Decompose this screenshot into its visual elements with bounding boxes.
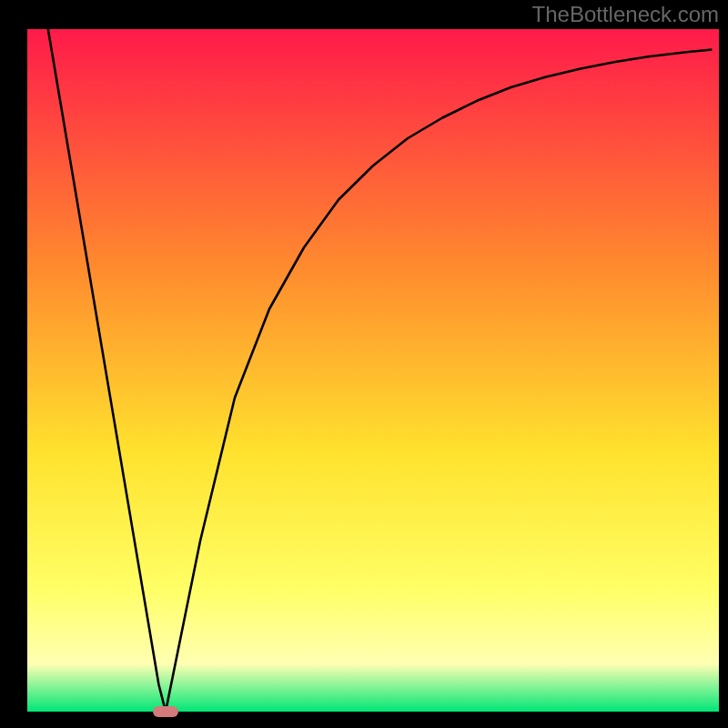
bottleneck-chart <box>0 0 728 728</box>
chart-frame: TheBottleneck.com <box>0 0 728 728</box>
gradient-background <box>27 29 719 712</box>
watermark-text: TheBottleneck.com <box>532 2 719 27</box>
optimal-point-marker <box>153 706 178 717</box>
